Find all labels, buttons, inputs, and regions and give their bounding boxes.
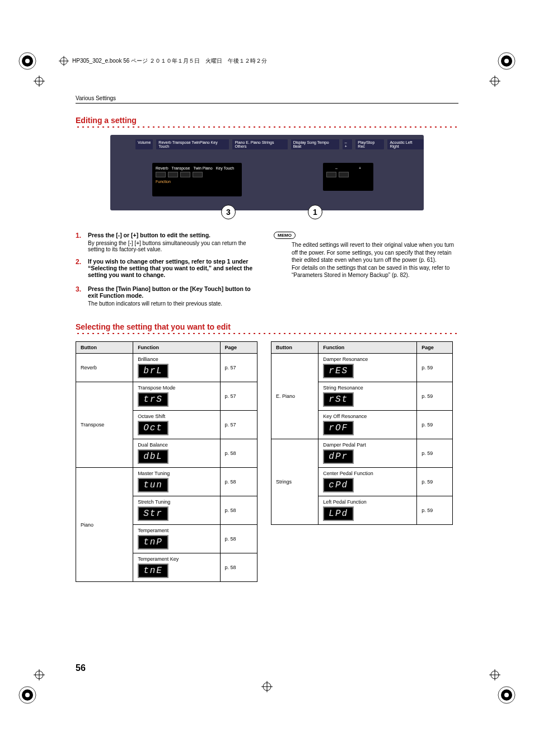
crop-circle-bottom-left (18, 685, 37, 705)
cell-page: p. 57 (220, 411, 257, 439)
registration-mark (489, 669, 500, 680)
label-plus: + (359, 166, 361, 170)
step-number: 2. (76, 258, 83, 280)
panel-strip-seg: Reverb Transpose TwinPiano Key Touch (156, 139, 229, 149)
cell-page: p. 59 (417, 382, 453, 411)
th-function: Function (318, 342, 417, 354)
cell-button: Piano (76, 468, 133, 582)
cell-function: Temperament KeytnE (133, 553, 220, 582)
cell-function: Octave ShiftOct (133, 411, 220, 439)
label-key-touch: Key Touch (216, 166, 235, 170)
running-rule (76, 103, 458, 104)
running-header: Various Settings (76, 95, 458, 101)
lcd-display: brL (138, 364, 168, 378)
lcd-display: dbL (138, 449, 168, 464)
memo-text: For details on the settings that can be … (292, 264, 458, 279)
panel-strip-seg: Piano E. Piano Strings Others (232, 139, 287, 149)
memo-text: The edited settings will revert to their… (292, 241, 458, 264)
left-column: 1. Press the [-] or [+] button to edit t… (76, 232, 260, 312)
lcd-display: tnP (138, 535, 168, 550)
label-function: Function (156, 180, 238, 184)
cell-function: Damper ResonancerES (318, 354, 417, 382)
cell-function: Master Tuningtun (133, 468, 220, 496)
cell-page: p. 59 (417, 468, 453, 496)
cell-page: p. 58 (220, 439, 257, 468)
step-heading: Press the [-] or [+] button to edit the … (88, 232, 260, 238)
panel-strip-seg: Display Song Tempo Beat (291, 139, 339, 149)
cell-function: TemperamenttnP (133, 525, 220, 553)
panel-strip-seg: Play/Stop Rec (355, 139, 384, 149)
cell-button: E. Piano (271, 354, 318, 439)
label-reverb: Reverb (156, 166, 168, 170)
cell-button: Strings (271, 439, 318, 525)
panel-diagram: Volume Reverb Transpose TwinPiano Key To… (110, 135, 424, 210)
panel-strip-seg: Acoustic Left Right (387, 139, 424, 149)
dot-rule (76, 126, 458, 128)
svg-point-11 (504, 693, 509, 697)
cell-function: Stretch TuningStr (133, 496, 220, 525)
cell-function: String ResonancerSt (318, 382, 417, 411)
lcd-display: Oct (138, 421, 168, 435)
section-heading-selecting: Selecting the setting that you want to e… (76, 322, 458, 331)
cell-function: Transpose ModetrS (133, 382, 220, 411)
step-body: The button indicators will return to the… (88, 300, 260, 307)
cell-page: p. 58 (220, 525, 257, 553)
cell-button: Reverb (76, 354, 133, 382)
lcd-display: tnE (138, 564, 168, 578)
cell-page: p. 58 (220, 496, 257, 525)
callout-3: 3 (221, 205, 236, 219)
lcd-display: tun (138, 478, 168, 492)
cell-page: p. 57 (220, 382, 257, 411)
cell-page: p. 58 (220, 553, 257, 582)
zoom-panoom-function-buttons: Reverb Transpose Twin Piano Key Touch Fu… (152, 163, 242, 196)
lcd-display: rOF (323, 421, 354, 435)
lcd-display: rSt (323, 392, 354, 407)
crop-circle-top-left (18, 51, 37, 71)
th-button: Button (271, 342, 318, 354)
step-body: By pressing the [-] [+] buttons simultan… (88, 240, 260, 252)
th-button: Button (76, 342, 133, 354)
page-number: 56 (76, 663, 86, 673)
callout-1: 1 (308, 205, 322, 219)
lcd-display: trS (138, 392, 168, 407)
step-number: 1. (76, 232, 83, 252)
th-page: Page (220, 342, 257, 354)
registration-mark (489, 76, 500, 87)
svg-point-8 (25, 693, 30, 697)
svg-point-2 (25, 59, 30, 63)
label-twin-piano: Twin Piano (193, 166, 212, 170)
cell-page: p. 59 (417, 496, 453, 525)
registration-mark-bottom-center (261, 681, 273, 694)
zoom-minus-plus: – + (323, 163, 373, 191)
cell-page: p. 57 (220, 354, 257, 382)
section-heading-editing: Editing a setting (76, 116, 458, 125)
registration-mark (34, 76, 45, 87)
cell-page: p. 59 (417, 411, 453, 439)
crop-header: HP305_302_e.book 56 ページ ２０１０年１月５日 火曜日 午後… (59, 56, 267, 66)
panel-strip-seg: Volume (135, 139, 153, 149)
cell-function: BrilliancebrL (133, 354, 220, 382)
memo-badge: MEMO (274, 232, 296, 239)
crop-circle-bottom-right (497, 685, 516, 705)
label-transpose: Transpose (172, 166, 190, 170)
cell-page: p. 59 (417, 354, 453, 382)
cell-button: Transpose (76, 382, 133, 468)
th-page: Page (417, 342, 453, 354)
cell-function: Damper Pedal PartdPr (318, 439, 417, 468)
panel-strip-seg: – + (343, 139, 353, 149)
function-table-right: Button Function Page E. PianoDamper Reso… (271, 341, 453, 525)
lcd-display: rES (323, 364, 354, 378)
lcd-display: LPd (323, 506, 354, 521)
dot-rule (76, 332, 458, 335)
lcd-display: cPd (323, 478, 354, 492)
cell-function: Key Off ResonancerOF (318, 411, 417, 439)
step-heading: If you wish to change other settings, re… (88, 258, 260, 278)
svg-point-5 (504, 59, 509, 63)
right-column: MEMO The edited settings will revert to … (274, 232, 458, 312)
cell-page: p. 58 (220, 468, 257, 496)
label-minus: – (335, 166, 338, 170)
crop-header-text: HP305_302_e.book 56 ページ ２０１０年１月５日 火曜日 午後… (72, 57, 267, 65)
step-heading: Press the [Twin Piano] button or the [Ke… (88, 285, 260, 299)
cell-page: p. 59 (417, 439, 453, 468)
th-function: Function (133, 342, 220, 354)
